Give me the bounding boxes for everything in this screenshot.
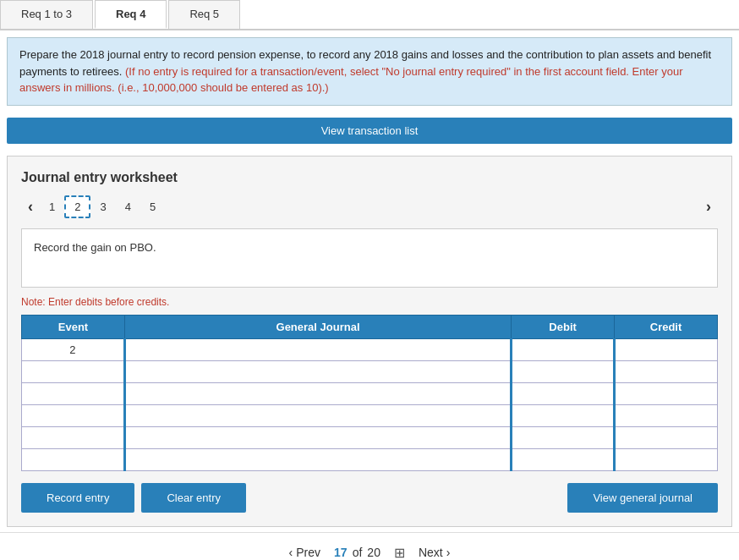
credit-cell-3[interactable]: [615, 382, 718, 404]
view-general-journal-button[interactable]: View general journal: [567, 483, 718, 513]
debit-cell-6[interactable]: [512, 448, 615, 470]
clear-entry-button[interactable]: Clear entry: [141, 483, 246, 513]
table-row: 2: [22, 338, 718, 360]
credit-input-1[interactable]: [616, 339, 717, 360]
page-nav-prev-arrow[interactable]: ‹: [21, 196, 40, 217]
total-pages: 20: [367, 546, 380, 559]
table-row: [22, 404, 718, 426]
record-desc-box: Record the gain on PBO.: [21, 228, 718, 288]
table-row: [22, 382, 718, 404]
record-entry-button[interactable]: Record entry: [21, 483, 134, 513]
prev-arrow-icon: ‹: [289, 546, 293, 559]
worksheet-title: Journal entry worksheet: [21, 170, 718, 185]
general-input-3[interactable]: [126, 383, 510, 404]
event-cell-2: [22, 360, 125, 382]
debit-cell-5[interactable]: [512, 426, 615, 448]
general-input-5[interactable]: [126, 427, 510, 448]
credit-input-3[interactable]: [616, 383, 717, 404]
col-header-debit: Debit: [512, 315, 615, 338]
general-input-6[interactable]: [126, 449, 510, 470]
journal-table: Event General Journal Debit Credit 2: [21, 315, 718, 471]
page-num-3[interactable]: 3: [90, 196, 115, 217]
view-transaction-button[interactable]: View transaction list: [7, 118, 732, 144]
credit-input-4[interactable]: [616, 405, 717, 426]
next-arrow-icon: ›: [446, 546, 451, 559]
page-info: 17 of 20: [334, 546, 380, 559]
general-cell-3[interactable]: [124, 382, 511, 404]
tab-req4[interactable]: Req 4: [95, 0, 167, 29]
page-num-5[interactable]: 5: [140, 196, 165, 217]
general-cell-1[interactable]: [124, 338, 511, 360]
general-cell-2[interactable]: [124, 360, 511, 382]
credit-input-6[interactable]: [616, 449, 717, 470]
page-num-4[interactable]: 4: [116, 196, 140, 217]
debit-input-5[interactable]: [512, 427, 613, 448]
of-label: of: [353, 546, 363, 559]
worksheet-container: Journal entry worksheet ‹ 1 2 3 4 5 › Re…: [7, 156, 732, 527]
general-cell-6[interactable]: [124, 448, 511, 470]
event-cell-4: [22, 404, 125, 426]
event-cell-3: [22, 382, 125, 404]
debit-input-6[interactable]: [512, 449, 613, 470]
event-cell-5: [22, 426, 125, 448]
col-header-credit: Credit: [615, 315, 718, 338]
debit-cell-2[interactable]: [512, 360, 615, 382]
table-row: [22, 448, 718, 470]
note-text: Note: Enter debits before credits.: [21, 296, 718, 308]
general-input-4[interactable]: [126, 405, 510, 426]
tab-req1to3[interactable]: Req 1 to 3: [0, 0, 93, 29]
prev-label: Prev: [296, 546, 320, 559]
next-button[interactable]: Next ›: [419, 546, 450, 559]
next-label: Next: [419, 546, 443, 559]
current-page: 17: [334, 546, 348, 559]
col-header-general: General Journal: [124, 315, 511, 338]
credit-input-5[interactable]: [616, 427, 717, 448]
general-input-2[interactable]: [126, 361, 510, 382]
page-num-2[interactable]: 2: [64, 195, 90, 218]
debit-input-1[interactable]: [512, 339, 613, 360]
col-header-event: Event: [22, 315, 125, 338]
grid-icon[interactable]: ⊞: [394, 545, 405, 561]
credit-input-2[interactable]: [616, 361, 717, 382]
tab-req5[interactable]: Req 5: [168, 0, 240, 29]
event-cell-1: 2: [22, 338, 125, 360]
page-nav-next-arrow[interactable]: ›: [699, 196, 718, 217]
page-num-1[interactable]: 1: [40, 196, 64, 217]
debit-input-2[interactable]: [512, 361, 613, 382]
table-row: [22, 426, 718, 448]
record-description: Record the gain on PBO.: [34, 241, 156, 254]
debit-cell-4[interactable]: [512, 404, 615, 426]
credit-cell-5[interactable]: [615, 426, 718, 448]
general-cell-5[interactable]: [124, 426, 511, 448]
credit-cell-2[interactable]: [615, 360, 718, 382]
table-row: [22, 360, 718, 382]
general-cell-4[interactable]: [124, 404, 511, 426]
tabs-bar: Req 1 to 3 Req 4 Req 5: [0, 0, 739, 30]
action-buttons: Record entry Clear entry View general jo…: [21, 483, 718, 513]
credit-cell-6[interactable]: [615, 448, 718, 470]
credit-cell-1[interactable]: [615, 338, 718, 360]
credit-cell-4[interactable]: [615, 404, 718, 426]
debit-cell-3[interactable]: [512, 382, 615, 404]
general-input-1[interactable]: [126, 339, 510, 360]
instruction-box: Prepare the 2018 journal entry to record…: [7, 37, 732, 106]
bottom-nav: ‹ Prev 17 of 20 ⊞ Next ›: [0, 532, 739, 561]
debit-cell-1[interactable]: [512, 338, 615, 360]
event-cell-6: [22, 448, 125, 470]
debit-input-3[interactable]: [512, 383, 613, 404]
prev-button[interactable]: ‹ Prev: [289, 546, 320, 559]
page-nav: ‹ 1 2 3 4 5 ›: [21, 195, 718, 218]
debit-input-4[interactable]: [512, 405, 613, 426]
